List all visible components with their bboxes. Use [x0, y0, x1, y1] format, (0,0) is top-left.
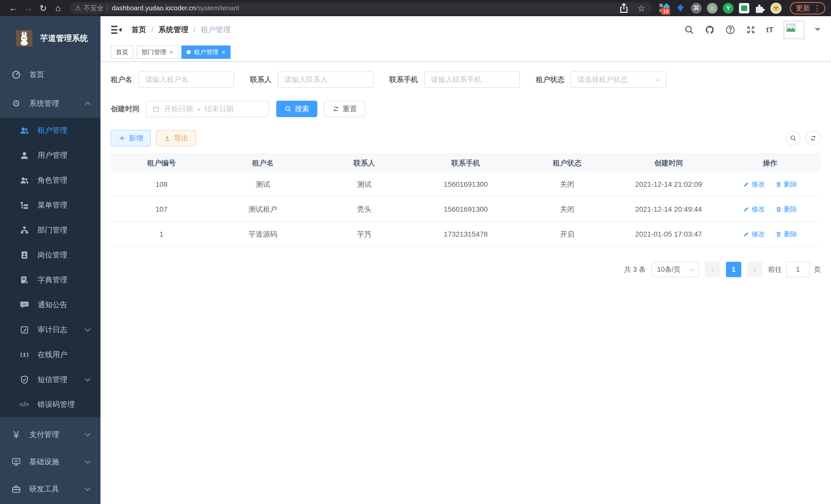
address-bar[interactable]: ⚠ 不安全 dashboard.yudao.iocoder.cn/system/… — [69, 2, 652, 14]
status-select[interactable]: 请选择租户状态 — [571, 71, 666, 88]
infrastructure-icon — [10, 457, 22, 467]
sidebar-item-infrastructure[interactable]: 基础设施 — [0, 448, 101, 475]
url-path: /system/tenant — [196, 4, 239, 12]
edit-pencil-icon — [743, 181, 749, 188]
forward-icon[interactable]: → — [22, 2, 34, 14]
contact-input[interactable]: 请输入联系人 — [278, 71, 373, 88]
sidebar-item-payment[interactable]: ¥ 支付管理 — [0, 421, 101, 448]
export-button[interactable]: 导出 — [156, 130, 196, 146]
delete-link[interactable]: 删除 — [775, 205, 797, 214]
goto-page-input[interactable]: 1 — [786, 262, 810, 277]
help-icon[interactable] — [725, 25, 736, 35]
edit-link[interactable]: 修改 — [743, 180, 765, 189]
fullscreen-icon[interactable] — [746, 25, 756, 35]
sidebar-item-error-code[interactable]: </> 错误码管理 — [0, 392, 101, 417]
sidebar-item-label: 系统管理 — [29, 98, 59, 109]
sidebar-item-menu[interactable]: 菜单管理 — [0, 192, 101, 217]
sidebar-item-post[interactable]: 岗位管理 — [0, 242, 101, 267]
add-button[interactable]: 新增 — [111, 130, 151, 146]
edit-link[interactable]: 修改 — [743, 230, 765, 239]
extension-kite-icon[interactable] — [675, 3, 686, 14]
prev-page-button[interactable]: ‹ — [705, 262, 720, 277]
trash-icon — [775, 231, 782, 238]
avatar-caret-icon[interactable] — [814, 28, 821, 34]
font-size-icon[interactable]: tT — [766, 25, 773, 34]
search-button[interactable]: 搜索 — [276, 101, 317, 117]
header-search-icon[interactable] — [684, 25, 694, 35]
sidebar-item-label: 菜单管理 — [37, 200, 67, 210]
back-icon[interactable]: ← — [7, 2, 20, 14]
extension-command-icon[interactable]: ⌘ — [691, 3, 702, 14]
current-page-button[interactable]: 1 — [726, 262, 741, 277]
sidebar-item-online-user[interactable]: 在线用户 — [0, 342, 101, 367]
tab-home[interactable]: 首页 — [111, 46, 133, 59]
extension-recorder-icon[interactable] — [707, 3, 718, 14]
extensions-row: 10 ⌘ Y 更新 — [659, 2, 825, 14]
reload-icon[interactable]: ↻ — [37, 2, 49, 14]
sidebar-item-dev-tools[interactable]: 研发工具 — [0, 475, 101, 503]
browser-menu-kebab-icon[interactable]: ⋮ — [813, 4, 821, 12]
filter-row-2: 创建时间 开始日期 - 结束日期 搜索 重置 — [111, 101, 821, 117]
tenant-name-input[interactable]: 请输入租户名 — [139, 71, 234, 88]
sidebar-item-tenant[interactable]: 租户管理 — [0, 118, 101, 143]
date-separator: - — [198, 105, 200, 113]
extension-y-icon[interactable]: Y — [722, 3, 734, 14]
tab-dept[interactable]: 部门管理 × — [137, 46, 178, 59]
next-page-button[interactable]: › — [747, 262, 763, 277]
screen: ← → ↻ ⌂ ⚠ 不安全 dashboard.yudao.iocoder.cn… — [0, 0, 831, 504]
collapse-sidebar-icon[interactable] — [111, 24, 122, 35]
close-icon[interactable]: × — [169, 48, 173, 56]
sidebar-item-audit-log[interactable]: 审计日志 — [0, 317, 101, 342]
update-button[interactable]: 更新 ⋮ — [790, 2, 825, 14]
app-logo[interactable]: 芋道管理系统 — [0, 16, 101, 60]
mobile-input[interactable]: 请输入联系手机 — [424, 71, 520, 88]
extensions-puzzle-icon[interactable] — [754, 3, 766, 14]
extension-chat-icon[interactable] — [739, 3, 750, 14]
add-button-label: 新增 — [129, 133, 143, 143]
breadcrumb-separator: / — [151, 25, 153, 34]
sidebar-item-system[interactable]: ⚙ 系统管理 — [0, 89, 101, 118]
share-icon[interactable] — [618, 2, 630, 14]
online-user-icon — [19, 350, 30, 360]
not-secure-warning-icon: ⚠ — [75, 4, 81, 12]
cell-mobile: 15601691300 — [415, 180, 516, 188]
sidebar-item-home[interactable]: 首页 — [0, 60, 101, 89]
home-icon[interactable]: ⌂ — [52, 2, 64, 14]
sidebar-item-sms[interactable]: 短信管理 — [0, 367, 101, 392]
refresh-table-button[interactable] — [806, 131, 821, 146]
chevron-down-icon — [655, 76, 660, 82]
dictionary-icon — [19, 275, 30, 285]
reset-button[interactable]: 重置 — [324, 101, 365, 117]
sidebar-item-notice[interactable]: 通知公告 — [0, 292, 101, 317]
edit-link[interactable]: 修改 — [743, 205, 765, 214]
breadcrumb-home[interactable]: 首页 — [131, 25, 146, 35]
user-avatar[interactable] — [784, 21, 804, 39]
github-icon[interactable] — [705, 25, 715, 35]
tab-tenant[interactable]: 租户管理 × — [181, 46, 230, 59]
page-size-select[interactable]: 10条/页 — [651, 262, 699, 277]
placeholder-text: 请选择租户状态 — [577, 75, 628, 85]
cell-status: 关闭 — [516, 180, 618, 189]
sidebar-item-dict[interactable]: 字典管理 — [0, 267, 101, 292]
refresh-icon — [332, 105, 339, 113]
extension-grid-icon[interactable]: 10 — [659, 3, 670, 14]
cell-contact: 秃头 — [314, 205, 415, 214]
delete-link[interactable]: 删除 — [775, 180, 797, 189]
plus-icon — [118, 135, 126, 142]
sidebar-item-user[interactable]: 用户管理 — [0, 143, 101, 168]
sidebar-item-dept[interactable]: 部门管理 — [0, 217, 101, 242]
page-size-value: 10条/页 — [657, 265, 681, 274]
sidebar-item-label: 短信管理 — [37, 375, 67, 385]
bookmark-star-icon[interactable]: ☆ — [635, 2, 648, 14]
delete-link[interactable]: 删除 — [775, 230, 797, 239]
filter-mobile: 联系手机 请输入联系手机 — [389, 71, 520, 88]
toggle-search-button[interactable] — [786, 131, 801, 146]
breadcrumb-system[interactable]: 系统管理 — [159, 25, 188, 35]
close-icon[interactable]: × — [222, 48, 225, 56]
cell-contact: 芋艿 — [314, 229, 415, 239]
sidebar-item-role[interactable]: 角色管理 — [0, 168, 101, 192]
chevron-down-icon — [85, 326, 91, 332]
logo-image — [16, 30, 32, 47]
profile-avatar[interactable] — [770, 3, 782, 14]
date-range-input[interactable]: 开始日期 - 结束日期 — [146, 101, 269, 117]
